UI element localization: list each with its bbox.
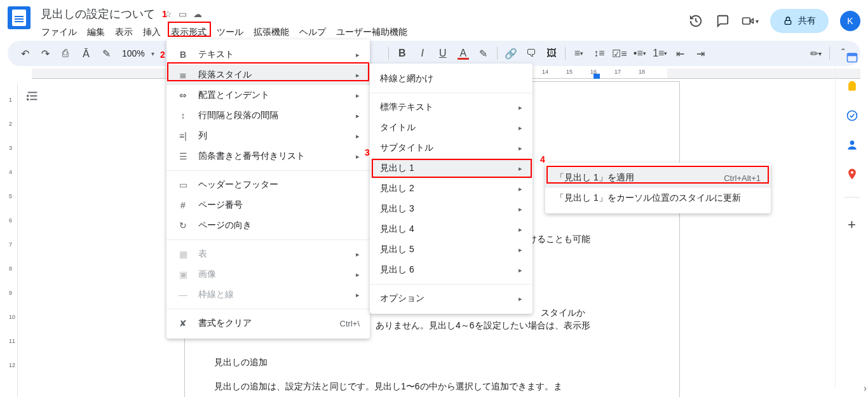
menu-extensions[interactable]: 拡張機能 [249, 24, 294, 41]
side-panel-collapse-icon[interactable]: › [864, 383, 867, 393]
format-bullets-numbering[interactable]: ☰箇条書きと番号付きリスト▸ [166, 146, 370, 166]
addons-plus-icon[interactable]: + [848, 217, 856, 233]
svg-point-12 [850, 171, 853, 173]
ps-options[interactable]: オプション▸ [370, 288, 532, 309]
menu-format[interactable]: 表示形式 [166, 24, 211, 41]
star-icon[interactable]: ☆ [164, 9, 172, 19]
highlight-button[interactable]: ✎ [474, 44, 493, 63]
ps-normal-text[interactable]: 標準テキスト▸ [370, 97, 532, 118]
maps-icon[interactable] [846, 168, 858, 180]
ps-heading-6[interactable]: 見出し 6▸ [370, 260, 532, 280]
meet-icon[interactable]: ▾ [742, 13, 759, 29]
menu-tools[interactable]: ツール [212, 24, 248, 41]
move-icon[interactable]: ▭ [179, 9, 187, 19]
doc-body-line: た、ショートカットキーも使えます（「ショートカットキーを利用する」を参照）。 [214, 393, 552, 397]
paragraph-styles-submenu: 枠線と網かけ 標準テキスト▸ タイトル▸ サブタイトル▸ 見出し 1▸ 見出し … [370, 64, 532, 314]
svg-rect-9 [847, 53, 857, 56]
menu-accessibility[interactable]: ユーザー補助機能 [332, 24, 412, 41]
menu-help[interactable]: ヘルプ [295, 24, 330, 41]
menu-edit[interactable]: 編集 [83, 24, 109, 41]
ps-heading-1[interactable]: 見出し 1▸ [370, 158, 532, 178]
side-panel: + [835, 44, 868, 387]
heading1-submenu: 「見出し 1」を適用Ctrl+Alt+1 「見出し 1」をカーソル位置のスタイル… [545, 163, 771, 213]
indent-decrease-button[interactable]: ⇤ [671, 44, 690, 63]
italic-button[interactable]: I [413, 44, 432, 63]
svg-rect-0 [743, 18, 750, 24]
ps-heading-5[interactable]: 見出し 5▸ [370, 239, 532, 260]
h1-apply[interactable]: 「見出し 1」を適用Ctrl+Alt+1 [545, 168, 771, 188]
toolbar: ↶ ↷ ⎙ Ᾱ ✎ 100% ▾ B I U A ✎ 🔗 🗨 🖼 ≡▾ ↕≡ ☑… [8, 41, 860, 66]
outline-toggle-icon[interactable] [25, 89, 39, 105]
format-align-indent[interactable]: ⇔配置とインデント▸ [166, 85, 370, 105]
tasks-icon[interactable] [846, 109, 858, 122]
format-table: ▦表▸ [166, 244, 370, 264]
bulleted-list-button[interactable]: •≡▾ [630, 44, 649, 63]
format-page-orientation[interactable]: ↻ページの向き [166, 215, 370, 236]
image-button[interactable]: 🖼 [542, 44, 561, 63]
h1-update[interactable]: 「見出し 1」をカーソル位置のスタイルに更新 [545, 188, 771, 208]
doc-header: 見出しの設定について ☆ ▭ ☁ ファイル 編集 表示 挿入 表示形式 ツール … [0, 0, 868, 38]
calendar-icon[interactable] [846, 51, 858, 64]
numbered-list-button[interactable]: 1≡▾ [651, 44, 670, 63]
line-spacing-button[interactable]: ↕≡ [590, 44, 609, 63]
format-borders-lines: —枠線と線▸ [166, 285, 370, 305]
doc-body-line: 見出しの追加は、設定方法と同じです。見出し1〜6の中から選択して追加できます。ま [214, 378, 562, 395]
ruler-indent-marker-icon[interactable] [593, 74, 600, 79]
zoom-select[interactable]: 100% [117, 48, 150, 58]
format-clear[interactable]: ✘書式をクリアCtrl+\ [166, 313, 370, 333]
ps-heading-3[interactable]: 見出し 3▸ [370, 199, 532, 219]
format-text[interactable]: Bテキスト▸ [166, 44, 370, 65]
doc-heading: 見出しの追加 [214, 354, 268, 371]
title-and-menu: 見出しの設定について ☆ ▭ ☁ ファイル 編集 表示 挿入 表示形式 ツール … [37, 5, 412, 41]
format-page-numbers[interactable]: #ページ番号 [166, 195, 370, 215]
format-columns[interactable]: ≡|列▸ [166, 126, 370, 146]
text-color-button[interactable]: A [454, 44, 473, 63]
indent-increase-button[interactable]: ⇥ [691, 44, 710, 63]
undo-button[interactable]: ↶ [15, 44, 34, 63]
bold-button[interactable]: B [393, 44, 412, 63]
history-icon[interactable] [688, 13, 703, 29]
format-paragraph-styles[interactable]: ≣段落スタイル▸ [166, 65, 370, 85]
format-image: ▣画像▸ [166, 264, 370, 285]
print-button[interactable]: ⎙ [56, 44, 75, 63]
ps-heading-2[interactable]: 見出し 2▸ [370, 178, 532, 199]
vertical-ruler[interactable]: 1 2 3 4 5 6 7 8 9 10 11 12 [8, 84, 18, 397]
format-headers-footers[interactable]: ▭ヘッダーとフッター [166, 175, 370, 195]
checklist-button[interactable]: ☑≡ [610, 44, 629, 63]
paint-format-button[interactable]: ✎ [97, 44, 116, 63]
format-line-spacing[interactable]: ↕行間隔と段落の間隔▸ [166, 105, 370, 126]
comment-button[interactable]: 🗨 [522, 44, 541, 63]
editing-mode-button[interactable]: ✏ ▾ [806, 44, 825, 63]
menu-file[interactable]: ファイル [37, 24, 81, 41]
share-label: 共有 [798, 15, 816, 27]
svg-rect-2 [785, 20, 790, 24]
svg-point-6 [27, 95, 29, 97]
menu-insert[interactable]: 挿入 [139, 24, 165, 41]
svg-point-11 [850, 140, 854, 145]
align-button[interactable]: ≡▾ [569, 44, 588, 63]
contacts-icon[interactable] [846, 138, 858, 151]
keep-icon[interactable] [846, 80, 858, 93]
document-title[interactable]: 見出しの設定について [37, 5, 159, 23]
ps-borders-shading[interactable]: 枠線と網かけ [370, 69, 532, 89]
link-button[interactable]: 🔗 [501, 44, 520, 63]
spellcheck-button[interactable]: Ᾱ [76, 44, 95, 63]
redo-button[interactable]: ↷ [36, 44, 55, 63]
doc-text-fragment: けることも可能 [528, 231, 590, 248]
svg-point-7 [27, 99, 29, 100]
ps-subtitle[interactable]: サブタイトル▸ [370, 138, 532, 158]
cloud-status-icon[interactable]: ☁ [193, 9, 202, 19]
docs-logo[interactable] [8, 6, 31, 29]
underline-button[interactable]: U [433, 44, 452, 63]
svg-point-10 [847, 111, 857, 121]
doc-text-fragment: ありません。見出し4～6を設定したい場合は、表示形 [376, 317, 590, 334]
format-menu-dropdown: Bテキスト▸ ≣段落スタイル▸ ⇔配置とインデント▸ ↕行間隔と段落の間隔▸ ≡… [166, 39, 370, 339]
comment-history-icon[interactable] [715, 13, 730, 29]
ps-title[interactable]: タイトル▸ [370, 118, 532, 138]
menu-bar: ファイル 編集 表示 挿入 表示形式 ツール 拡張機能 ヘルプ ユーザー補助機能 [37, 24, 412, 41]
share-button[interactable]: 共有 [770, 9, 829, 33]
account-avatar[interactable]: K [840, 11, 860, 31]
ps-heading-4[interactable]: 見出し 4▸ [370, 219, 532, 239]
menu-view[interactable]: 表示 [111, 24, 137, 41]
